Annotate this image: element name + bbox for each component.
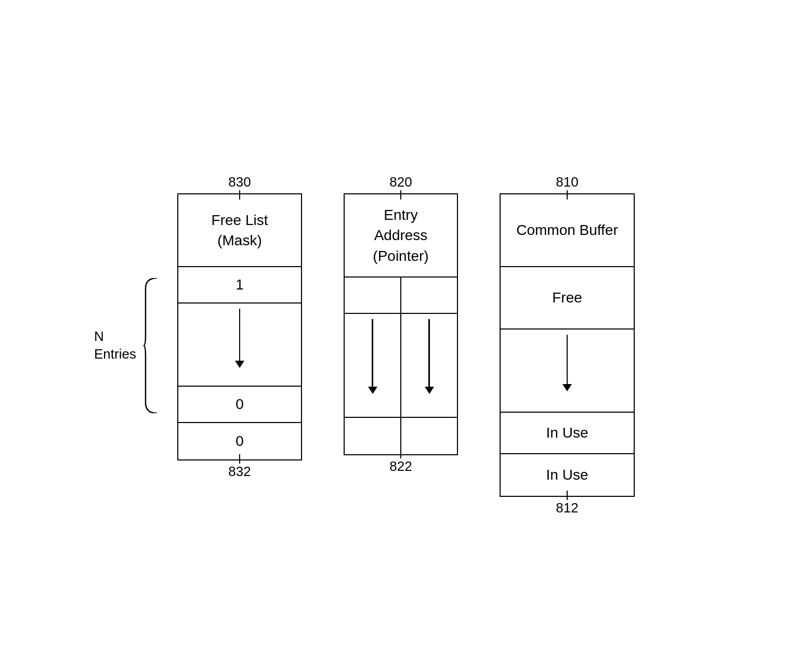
free-list-cell-0a: 0: [178, 387, 301, 423]
entry-address-wrapper: 820 EntryAddress(Pointer): [344, 174, 458, 475]
n-entries-label: NEntries: [94, 278, 158, 413]
common-buffer-arrow-cell: [501, 330, 634, 413]
common-buffer-label-top: 810: [556, 174, 578, 190]
common-buffer-cell-inuse1: In Use: [501, 413, 634, 454]
free-list-label-top: 830: [228, 174, 251, 190]
common-buffer-arrow: [562, 335, 572, 391]
free-list-block: Free List(Mask) 1 0 0: [177, 193, 302, 460]
free-list-arrow: [235, 309, 244, 368]
entry-address-block: EntryAddress(Pointer): [344, 193, 458, 455]
diagram-container: NEntries 830 Free List(Mask) 1 0: [177, 143, 635, 516]
entry-address-arrow-left: [368, 319, 377, 394]
free-list-wrapper: 830 Free List(Mask) 1 0 0 832: [177, 174, 302, 480]
n-entries-brace: [142, 278, 158, 413]
n-entries-text: NEntries: [94, 328, 136, 363]
entry-address-label-bottom: 822: [389, 458, 412, 475]
common-buffer-wrapper: 810 Common Buffer Free In Use In Use 812: [500, 174, 635, 516]
common-buffer-cell-inuse2: In Use: [501, 454, 634, 496]
entry-address-label-top: 820: [389, 174, 412, 190]
common-buffer-block: Common Buffer Free In Use In Use: [500, 193, 635, 497]
common-buffer-cell-free: Free: [501, 267, 634, 330]
common-buffer-label-bottom: 812: [556, 500, 578, 516]
free-list-label-bottom: 832: [228, 464, 251, 480]
free-list-header: Free List(Mask): [178, 194, 301, 267]
entry-address-cell-top: [345, 278, 457, 314]
entry-address-arrow-right: [425, 319, 434, 394]
free-list-arrow-cell: [178, 304, 301, 387]
common-buffer-header: Common Buffer: [501, 194, 634, 267]
entry-address-header: EntryAddress(Pointer): [345, 194, 457, 278]
entry-address-arrow-cell: [345, 314, 457, 418]
free-list-cell-1: 1: [178, 267, 301, 304]
